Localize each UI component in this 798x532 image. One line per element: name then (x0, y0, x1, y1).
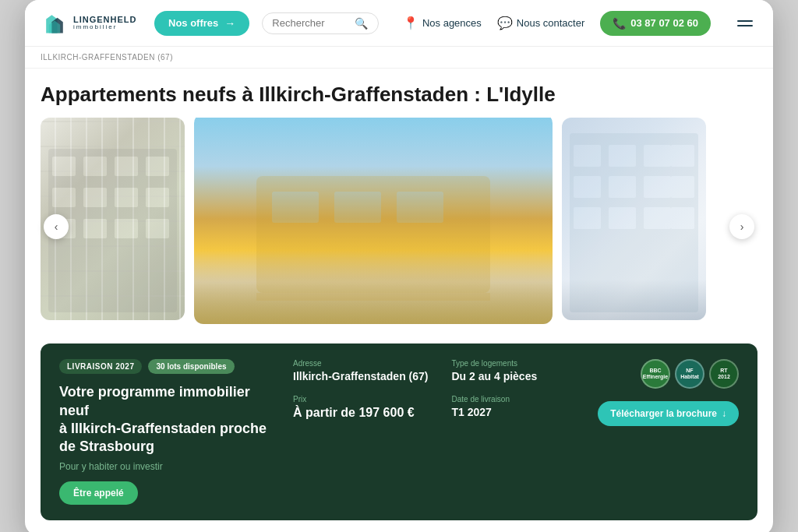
svg-rect-15 (146, 219, 169, 238)
logo-text: LINGENHELD immobilier (73, 15, 137, 31)
carousel-image-center (194, 118, 553, 324)
svg-rect-6 (115, 157, 138, 176)
chat-icon: 💬 (497, 16, 513, 30)
carousel-image-right (562, 118, 706, 320)
svg-rect-18 (334, 192, 381, 223)
brochure-button[interactable]: Télécharger la brochure ↓ (598, 401, 739, 426)
livraison-label: Date de livraison (452, 395, 538, 403)
nos-offres-label: Nos offres (168, 17, 218, 29)
info-panel: LIVRAISON 2027 30 lots disponibles Votre… (41, 344, 757, 520)
arrow-icon: → (224, 17, 235, 30)
cert-icons: BBCEffinergie NFHabitat RT2012 (641, 359, 739, 389)
type-item: Type de logements Du 2 au 4 pièces (452, 359, 538, 382)
type-label: Type de logements (452, 359, 538, 368)
lots-badge: 30 lots disponibles (148, 359, 234, 374)
svg-rect-11 (146, 188, 169, 207)
location-icon: 📍 (403, 16, 418, 30)
svg-rect-28 (644, 176, 671, 198)
hamburger-menu[interactable] (733, 11, 757, 36)
terrace-overlay (194, 251, 553, 325)
svg-rect-17 (272, 192, 319, 223)
search-bar: 🔍 (262, 12, 379, 34)
phone-label: 03 87 07 02 60 (630, 17, 698, 29)
etre-appele-button[interactable]: Être appelé (59, 481, 138, 505)
svg-rect-5 (83, 157, 107, 176)
logo-icon (41, 9, 69, 37)
adresse-item: Adresse Illkirch-Graffenstaden (67) (293, 359, 429, 382)
page-title: Appartements neufs à Illkirch-Graffensta… (25, 69, 773, 118)
carousel-next-button[interactable]: › (729, 214, 754, 239)
phone-icon: 📞 (613, 17, 626, 30)
svg-rect-19 (397, 192, 443, 223)
svg-rect-24 (644, 145, 671, 167)
info-details: Adresse Illkirch-Graffenstaden (67) Prix… (293, 359, 582, 420)
nos-offres-button[interactable]: Nos offres → (154, 11, 249, 36)
blue-ground-overlay (562, 280, 706, 320)
svg-rect-25 (671, 145, 694, 167)
nav-right: 📍 Nos agences 💬 Nous contacter 📞 03 87 0… (403, 11, 757, 36)
svg-rect-29 (671, 176, 694, 198)
livraison-badge: LIVRAISON 2027 (59, 359, 142, 374)
svg-rect-7 (146, 157, 169, 176)
search-icon: 🔍 (355, 17, 368, 30)
svg-rect-23 (609, 145, 636, 167)
prix-value: À partir de 197 600 € (293, 406, 429, 420)
info-subtitle: Pour y habiter ou investir (59, 461, 277, 472)
svg-rect-4 (52, 157, 76, 176)
svg-rect-30 (574, 207, 601, 229)
cert-nf: NFHabitat (675, 359, 704, 389)
svg-rect-8 (52, 188, 76, 207)
livraison-value: T1 2027 (452, 406, 538, 418)
detail-col-right: Type de logements Du 2 au 4 pièces Date … (452, 359, 538, 420)
cert-rt: RT2012 (709, 359, 739, 389)
carousel-inner (41, 118, 757, 336)
svg-rect-22 (574, 145, 601, 167)
next-arrow-icon: › (740, 220, 744, 233)
svg-rect-14 (115, 219, 138, 238)
cert-bbc: BBCEffinergie (641, 359, 670, 389)
livraison-item: Date de livraison T1 2027 (452, 395, 538, 418)
building-blue-bg (562, 118, 706, 320)
svg-rect-10 (115, 188, 138, 207)
svg-rect-32 (644, 207, 671, 229)
svg-rect-33 (671, 207, 694, 229)
search-input[interactable] (272, 17, 350, 29)
svg-rect-27 (609, 176, 636, 198)
adresse-label: Adresse (293, 359, 429, 368)
phone-button[interactable]: 📞 03 87 07 02 60 (600, 11, 711, 36)
nos-agences-label: Nos agences (422, 17, 482, 29)
carousel-prev-button[interactable]: ‹ (44, 214, 69, 239)
svg-rect-13 (83, 219, 107, 238)
svg-rect-31 (609, 207, 636, 229)
adresse-value: Illkirch-Graffenstaden (67) (293, 370, 429, 382)
info-right: BBCEffinergie NFHabitat RT2012 Télécharg… (598, 359, 739, 426)
nos-agences-link[interactable]: 📍 Nos agences (403, 16, 482, 30)
type-value: Du 2 au 4 pièces (452, 370, 538, 382)
nous-contacter-label: Nous contacter (517, 17, 584, 29)
prev-arrow-icon: ‹ (55, 220, 58, 233)
logo-area: LINGENHELD immobilier (41, 9, 142, 37)
hamburger-line-2 (737, 25, 753, 26)
building-modern-bg (194, 118, 553, 324)
browser-window: LINGENHELD immobilier Nos offres → 🔍 📍 N… (25, 0, 773, 532)
hamburger-line-1 (737, 20, 753, 22)
prix-item: Prix À partir de 197 600 € (293, 395, 429, 420)
svg-rect-9 (83, 188, 107, 207)
prix-label: Prix (293, 395, 429, 403)
nous-contacter-link[interactable]: 💬 Nous contacter (497, 16, 584, 30)
brochure-label: Télécharger la brochure (610, 408, 717, 419)
download-icon: ↓ (722, 408, 726, 419)
breadcrumb: ILLKIRCH-GRAFFENSTADEN (67) (25, 47, 773, 69)
info-left: LIVRAISON 2027 30 lots disponibles Votre… (59, 359, 277, 505)
badges-row: LIVRAISON 2027 30 lots disponibles (59, 359, 277, 374)
info-main-title: Votre programme immobilier neufà Illkirc… (59, 383, 277, 456)
carousel: ‹ › (25, 118, 773, 336)
svg-rect-26 (574, 176, 601, 198)
detail-col-left: Adresse Illkirch-Graffenstaden (67) Prix… (293, 359, 429, 420)
navbar: LINGENHELD immobilier Nos offres → 🔍 📍 N… (25, 0, 773, 47)
